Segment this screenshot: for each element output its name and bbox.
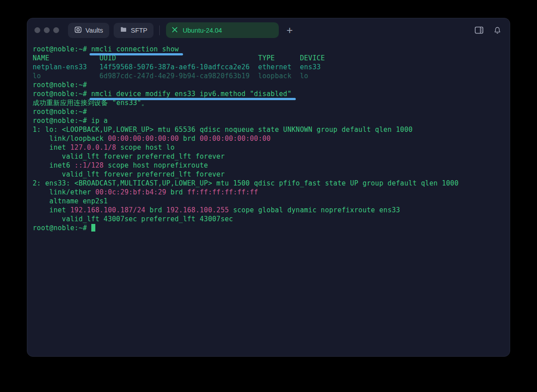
terminal-line: inet 127.0.0.1/8 scope host lo <box>33 143 510 152</box>
window-zoom-button[interactable] <box>53 27 59 33</box>
notifications-bell-icon[interactable] <box>493 26 502 35</box>
terminal-line: root@noble:~# nmcli device modify ens33 … <box>33 89 510 98</box>
terminal-line: root@noble:~# <box>33 107 510 116</box>
tab-ubuntu-24-04[interactable]: Ubuntu-24.04 <box>166 22 279 38</box>
terminal-line: valid_lft forever preferred_lft forever <box>33 152 510 161</box>
terminal-line: 2: ens33: <BROADCAST,MULTICAST,UP,LOWER_… <box>33 179 510 188</box>
terminal-line: lo 6d987cdc-247d-4e29-9b94-ca9820f63b19 … <box>33 72 510 80</box>
side-panel-toggle-icon[interactable] <box>474 26 484 34</box>
terminal-line: link/ether 00:0c:29:bf:b4:29 brd ff:ff:f… <box>33 188 510 197</box>
window-close-button[interactable] <box>34 27 40 33</box>
vaults-button-label: Vaults <box>85 27 103 34</box>
terminal-line: root@noble:~# <box>33 223 510 232</box>
terminal-line: netplan-ens33 14f59568-5076-387a-aef6-10… <box>33 63 510 72</box>
terminal-line: 1: lo: <LOOPBACK,UP,LOWER_UP> mtu 65536 … <box>33 125 510 134</box>
vaults-button[interactable]: Vaults <box>68 23 109 38</box>
folder-icon <box>120 26 127 34</box>
terminal-line: root@noble:~# <box>33 80 510 89</box>
terminal-line: link/loopback 00:00:00:00:00:00 brd 00:0… <box>33 134 510 143</box>
terminal-line: valid_lft forever preferred_lft forever <box>33 170 510 179</box>
terminal-line: valid_lft 43007sec preferred_lft 43007se… <box>33 215 510 223</box>
terminal-line: inet6 ::1/128 scope host noprefixroute <box>33 161 510 170</box>
tab-bar: Vaults SFTP Ubuntu-24.04 + <box>27 18 510 42</box>
tab-label: Ubuntu-24.04 <box>183 27 222 34</box>
tabbar-divider <box>159 25 160 35</box>
new-tab-button[interactable]: + <box>286 25 293 36</box>
terminal-cursor <box>91 224 95 232</box>
close-tab-icon[interactable] <box>172 27 178 34</box>
window-minimize-button[interactable] <box>44 27 50 33</box>
terminal-screen[interactable]: root@noble:~# nmcli connection showNAME … <box>27 42 510 232</box>
window-controls <box>34 27 59 33</box>
sftp-button[interactable]: SFTP <box>114 23 153 38</box>
sftp-button-label: SFTP <box>131 27 147 34</box>
app-window: Vaults SFTP Ubuntu-24.04 + <box>27 18 510 357</box>
terminal-line: root@noble:~# nmcli connection show <box>33 45 510 54</box>
vault-icon <box>74 26 82 35</box>
terminal-line: altname enp2s1 <box>33 197 510 206</box>
tabbar-right-icons <box>474 26 502 35</box>
terminal-line: root@noble:~# ip a <box>33 116 510 125</box>
terminal-line: inet 192.168.100.187/24 brd 192.168.100.… <box>33 206 510 215</box>
